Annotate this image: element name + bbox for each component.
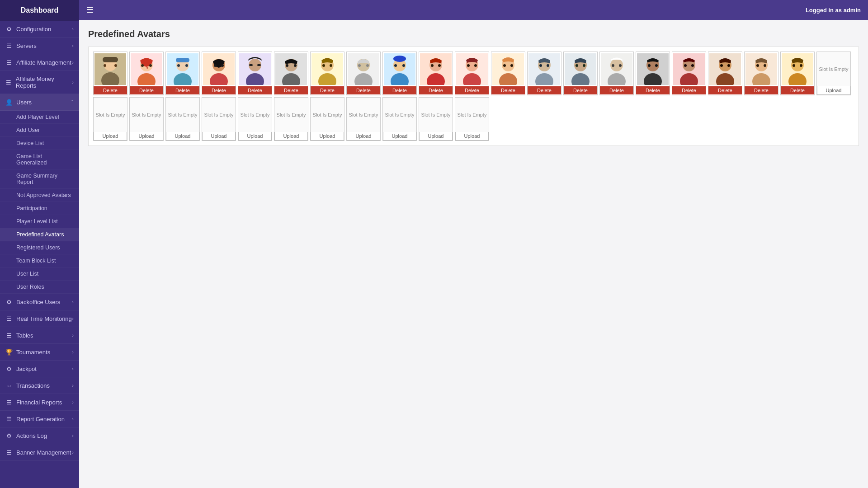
sidebar-sub-item-team-block-list[interactable]: Team Block List	[0, 254, 79, 267]
sidebar-item-financial-reports[interactable]: ☰ Financial Reports ›	[0, 394, 79, 411]
svg-point-11	[146, 67, 148, 69]
svg-point-97	[756, 64, 759, 67]
upload-button-32[interactable]: Upload	[455, 132, 489, 141]
delete-button-18[interactable]: Delete	[708, 86, 742, 94]
upload-button-31[interactable]: Upload	[419, 132, 453, 141]
delete-button-17[interactable]: Delete	[672, 86, 706, 94]
hamburger-menu-button[interactable]: ☰	[86, 5, 94, 15]
trophy-icon: 🏆	[5, 348, 13, 356]
delete-button-7[interactable]: Delete	[311, 86, 344, 94]
upload-button-24[interactable]: Upload	[166, 132, 199, 141]
upload-button-23[interactable]: Upload	[130, 132, 163, 141]
avatar-slot-26: Slot Is Empty Upload	[238, 97, 272, 141]
transactions-icon: ↔	[5, 382, 13, 389]
upload-button-30[interactable]: Upload	[383, 132, 416, 141]
sidebar-sub-item-game-list-generalized[interactable]: Game List Generalized	[0, 150, 79, 169]
avatar-image-11	[455, 52, 489, 86]
sidebar-sub-item-participation[interactable]: Participation	[0, 202, 79, 215]
delete-button-5[interactable]: Delete	[238, 86, 272, 94]
sidebar-item-users[interactable]: 👤 Users ˅	[0, 94, 79, 111]
upload-button-27[interactable]: Upload	[274, 132, 308, 141]
sidebar-sub-item-game-summary-report[interactable]: Game Summary Report	[0, 169, 79, 189]
delete-button-4[interactable]: Delete	[202, 86, 236, 94]
topbar: ☰ Logged in as admin	[79, 0, 868, 20]
svg-point-103	[800, 64, 802, 67]
avatar-image-7	[310, 52, 344, 86]
avatar-slot-14: Delete	[563, 52, 598, 95]
gear-icon: ⚙	[5, 25, 13, 33]
delete-button-3[interactable]: Delete	[166, 86, 199, 94]
delete-button-6[interactable]: Delete	[274, 86, 308, 94]
svg-point-62	[503, 64, 506, 67]
delete-button-12[interactable]: Delete	[491, 86, 525, 94]
delete-button-2[interactable]: Delete	[130, 86, 163, 94]
avatar-slot-10: Delete	[419, 52, 453, 95]
sidebar-sub-item-add-player-level[interactable]: Add Player Level	[0, 111, 79, 124]
slot-empty-label-31: Slot Is Empty	[419, 98, 453, 132]
sidebar-item-transactions[interactable]: ↔ Transactions ›	[0, 377, 79, 394]
delete-button-10[interactable]: Delete	[419, 86, 453, 94]
svg-point-37	[330, 64, 332, 67]
svg-point-42	[366, 64, 369, 67]
sidebar-sub-item-device-list[interactable]: Device List	[0, 137, 79, 150]
sidebar-item-configuration[interactable]: ⚙ Configuration ›	[0, 21, 79, 38]
upload-button-26[interactable]: Upload	[238, 132, 272, 141]
upload-button-25[interactable]: Upload	[202, 132, 236, 141]
sidebar-sub-item-user-list[interactable]: User List	[0, 267, 79, 281]
sidebar-item-affiliate-management[interactable]: ☰ Affiliate Management ›	[0, 54, 79, 71]
delete-button-20[interactable]: Delete	[781, 86, 814, 94]
sidebar-item-tables[interactable]: ☰ Tables ›	[0, 327, 79, 344]
delete-button-11[interactable]: Delete	[455, 86, 489, 94]
sidebar-item-jackpot[interactable]: ⚙ Jackpot ›	[0, 361, 79, 377]
sidebar-title: Dashboard	[0, 0, 79, 21]
upload-button-21[interactable]: Upload	[817, 86, 850, 95]
slot-empty-label-32: Slot Is Empty	[455, 98, 489, 132]
avatar-slot-2: Delete	[129, 52, 164, 95]
sidebar-item-actions-log[interactable]: ⚙ Actions Log ›	[0, 427, 79, 444]
upload-button-22[interactable]: Upload	[94, 132, 127, 141]
chevron-right-icon: ›	[72, 316, 74, 321]
sidebar-item-banner-management[interactable]: ☰ Banner Management ›	[0, 444, 79, 461]
chevron-right-icon: ›	[72, 450, 74, 455]
svg-point-36	[322, 64, 325, 67]
avatar-image-3	[165, 52, 200, 86]
delete-button-9[interactable]: Delete	[383, 86, 416, 94]
sidebar-sub-item-player-level-list[interactable]: Player Level List	[0, 215, 79, 228]
avatar-slot-9: Delete	[382, 52, 417, 95]
sidebar-sub-item-add-user[interactable]: Add User	[0, 124, 79, 137]
svg-point-68	[547, 64, 549, 67]
sidebar-item-servers[interactable]: ☰ Servers ›	[0, 38, 79, 54]
upload-button-29[interactable]: Upload	[347, 132, 380, 141]
delete-button-1[interactable]: Delete	[94, 86, 127, 94]
delete-button-14[interactable]: Delete	[564, 86, 597, 94]
slot-empty-label-27: Slot Is Empty	[274, 98, 308, 132]
delete-button-16[interactable]: Delete	[636, 86, 670, 94]
chevron-right-icon: ›	[72, 43, 74, 48]
sidebar-item-real-time-monitoring[interactable]: ☰ Real Time Monitoring ›	[0, 310, 79, 327]
avatar-slot-16: Delete	[636, 52, 670, 95]
sidebar-sub-item-predefined-avatars[interactable]: Predefined Avatars	[0, 228, 79, 241]
avatar-slot-22: Slot Is Empty Upload	[93, 97, 127, 141]
delete-button-15[interactable]: Delete	[600, 86, 633, 94]
upload-button-28[interactable]: Upload	[311, 132, 344, 141]
delete-button-8[interactable]: Delete	[347, 86, 380, 94]
svg-point-67	[539, 64, 542, 67]
chevron-right-icon: ›	[72, 399, 74, 405]
chevron-right-icon: ›	[72, 26, 74, 32]
svg-point-9	[141, 64, 144, 67]
avatar-slot-23: Slot Is Empty Upload	[129, 97, 164, 141]
sidebar-item-affiliate-money-reports[interactable]: ☰ Affiliate Money Reports ›	[0, 71, 79, 94]
sidebar-item-backoffice-users[interactable]: ⚙ Backoffice Users ›	[0, 294, 79, 310]
sidebar-item-tournaments[interactable]: 🏆 Tournaments ›	[0, 344, 79, 361]
sidebar-sub-item-not-approved-avatars[interactable]: Not Approved Avatars	[0, 189, 79, 202]
delete-button-13[interactable]: Delete	[528, 86, 561, 94]
avatar-image-2	[129, 52, 164, 86]
sidebar-item-report-generation[interactable]: ☰ Report Generation ›	[0, 411, 79, 427]
sidebar-sub-item-user-roles[interactable]: User Roles	[0, 281, 79, 294]
delete-button-19[interactable]: Delete	[745, 86, 778, 94]
avatar-image-9	[382, 52, 417, 86]
slot-empty-label-23: Slot Is Empty	[129, 98, 164, 132]
avatar-slot-24: Slot Is Empty Upload	[165, 97, 200, 141]
sidebar-sub-item-registered-users[interactable]: Registered Users	[0, 241, 79, 254]
avatar-slot-7: Delete	[310, 52, 344, 95]
